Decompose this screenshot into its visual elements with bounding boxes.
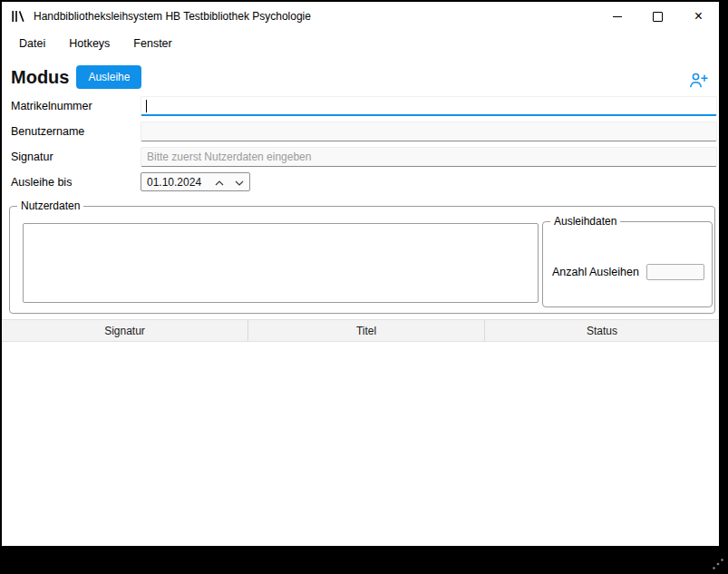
mode-heading: Modus	[11, 67, 69, 88]
person-add-icon	[689, 77, 708, 91]
ausleihdaten-groupbox: Ausleihdaten Anzahl Ausleihen	[542, 221, 713, 307]
ausleihe-bis-label: Ausleihe bis	[11, 176, 72, 189]
ausleihdaten-legend: Ausleihdaten	[550, 215, 620, 228]
table-header: Signatur Titel Status	[2, 319, 719, 342]
table-header-signatur[interactable]: Signatur	[2, 320, 248, 341]
nutzerdaten-display[interactable]	[23, 223, 539, 303]
minimize-icon	[613, 16, 622, 17]
benutzername-label: Benutzername	[11, 125, 84, 138]
matrikelnummer-row: Matrikelnummer	[2, 96, 719, 116]
benutzername-row: Benutzername	[2, 122, 719, 141]
app-window: Handbibliotheksleihsystem HB Testbibliot…	[2, 2, 719, 546]
ausleihe-bis-date-spinner[interactable]: 01.10.2024	[141, 172, 250, 191]
anzahl-ausleihen-label: Anzahl Ausleihen	[552, 266, 639, 278]
chevron-down-icon	[235, 175, 244, 189]
date-value: 01.10.2024	[141, 176, 209, 189]
window-controls: ×	[597, 2, 719, 31]
anzahl-ausleihen-input[interactable]	[646, 264, 704, 280]
add-user-button[interactable]	[687, 71, 710, 92]
mode-row: Modus Ausleihe	[11, 65, 141, 89]
table-header-titel[interactable]: Titel	[248, 320, 485, 341]
benutzername-input[interactable]	[141, 122, 717, 141]
table-header-status[interactable]: Status	[485, 320, 719, 341]
matrikelnummer-label: Matrikelnummer	[11, 100, 92, 112]
chevron-up-icon	[215, 175, 224, 189]
resize-grip[interactable]	[711, 557, 725, 571]
date-decrement-button[interactable]	[229, 173, 249, 190]
column-label: Status	[587, 325, 617, 337]
date-increment-button[interactable]	[209, 173, 229, 190]
window-title: Handbibliotheksleihsystem HB Testbibliot…	[34, 10, 311, 23]
menu-item-hotkeys[interactable]: Hotkeys	[57, 33, 121, 54]
ausleihe-bis-row: Ausleihe bis 01.10.2024	[2, 172, 719, 192]
nutzerdaten-groupbox: Nutzerdaten Ausleihdaten Anzahl Ausleihe…	[9, 206, 715, 314]
menu-item-datei[interactable]: Datei	[7, 33, 57, 54]
menu-bar: Datei Hotkeys Fenster	[2, 31, 719, 56]
column-label: Titel	[356, 325, 376, 337]
maximize-button[interactable]	[637, 2, 678, 31]
signatur-label: Signatur	[11, 151, 53, 163]
app-icon	[11, 9, 25, 24]
matrikelnummer-input[interactable]	[141, 96, 717, 116]
mode-ausleihe-button[interactable]: Ausleihe	[76, 65, 141, 89]
close-button[interactable]: ×	[678, 2, 719, 31]
table-body	[2, 342, 719, 546]
minimize-button[interactable]	[597, 2, 637, 31]
column-label: Signatur	[104, 325, 145, 337]
signatur-input[interactable]	[141, 147, 717, 167]
signatur-row: Signatur	[2, 147, 719, 167]
title-bar: Handbibliotheksleihsystem HB Testbibliot…	[2, 2, 719, 31]
text-caret	[146, 100, 147, 112]
close-icon: ×	[694, 9, 703, 24]
nutzerdaten-legend: Nutzerdaten	[17, 199, 83, 212]
maximize-icon	[653, 12, 663, 22]
menu-item-fenster[interactable]: Fenster	[121, 33, 183, 54]
